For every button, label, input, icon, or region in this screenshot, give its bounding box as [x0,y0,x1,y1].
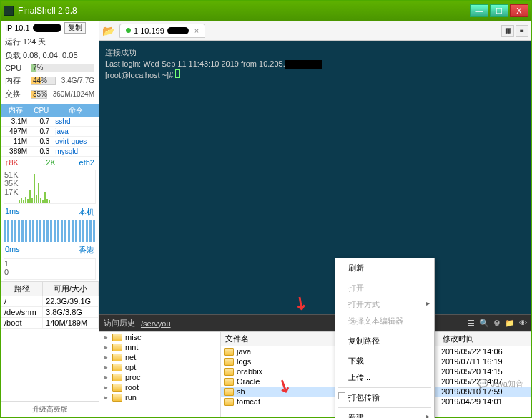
ping-chart-local [4,220,96,242]
checkbox-icon[interactable] [338,392,345,399]
tab-label: 1 10.199 [134,26,164,35]
list-item[interactable]: 2019/05/22 14:06 [438,346,531,356]
folder-icon [224,378,234,386]
list-view-icon[interactable]: ≡ [516,25,528,37]
file-panels: ▸misc ▸mnt ▸net ▸opt ▸proc ▸root ▸run 文件… [99,331,531,417]
ctx-new[interactable]: 新建▸ [335,409,434,418]
open-folder-icon[interactable]: 📂 [102,25,117,37]
status-dot-icon [126,28,131,33]
folder-icon[interactable]: 📁 [505,319,515,328]
ctx-download[interactable]: 下载 [335,353,434,369]
list-item[interactable]: 2019/05/20 14:15 [438,366,531,376]
mem-bar: 44% [31,77,56,85]
table-row: 497M0.7java [1,127,99,137]
cpu-bar: 7% [31,64,94,72]
list-item[interactable]: 2019/07/11 16:19 [438,356,531,366]
list-item[interactable]: ▸proc [99,372,220,382]
annotation-arrow-icon: ↘ [292,294,310,312]
table-row: /dev/shm3.8G/3.8G [1,307,99,318]
ip-label: IP 10.1 [5,24,30,32]
folder-icon [224,388,234,396]
table-row: /22.3G/39.1G [1,296,99,307]
search-icon[interactable]: 🔍 [479,319,489,328]
list-item[interactable]: ▸run [99,392,220,402]
minimize-button[interactable]: — [470,4,488,17]
list-item[interactable]: ▸misc [99,332,220,342]
list-item[interactable]: ▸opt [99,362,220,372]
load: 负载 0.08, 0.04, 0.05 [1,49,99,62]
file-dates: 修改时间 2019/05/22 14:06 2019/07/11 16:19 2… [438,332,531,417]
network-chart: 51K35K17K [4,170,96,204]
tab-close-icon[interactable]: × [194,26,199,35]
ping-chart-hk: 10 [4,258,96,280]
history-label[interactable]: 访问历史 [104,318,135,329]
table-row: /boot140M/189M [1,318,99,329]
close-button[interactable]: X [510,4,528,17]
file-tree: ▸misc ▸mnt ▸net ▸opt ▸proc ▸root ▸run [99,332,221,417]
mem-label: 内存 [5,75,28,86]
sidebar: IP 10.1 复制 运行 124 天 负载 0.08, 0.04, 0.05 … [1,21,99,417]
folder-icon [224,368,234,376]
list-item[interactable]: ▸root [99,382,220,392]
table-row: 3.1M0.7sshd [1,117,99,127]
titlebar: FinalShell 2.9.8 — ☐ X [1,1,531,21]
folder-icon [112,384,122,392]
net-down-icon: ↓2K [42,158,56,167]
cpu-label: CPU [5,64,28,72]
table-row: 389M0.3mysqld [1,147,99,157]
tree-icon[interactable]: ☰ [468,319,475,328]
swap-bar: 35% [31,90,47,99]
folder-icon [224,348,234,356]
ctx-copy-path[interactable]: 复制路径 [335,333,434,349]
eye-icon[interactable]: 👁 [519,319,527,328]
ip-redacted [33,24,61,32]
terminal-line: Last login: Wed Sep 11 11:43:10 2019 fro… [105,58,526,69]
context-menu: 刷新 打开 打开方式▸ 选择文本编辑器 复制路径 下载 上传... 打包传输 新… [335,258,435,418]
list-item[interactable]: ▸net [99,352,220,362]
ctx-refresh[interactable]: 刷新 [335,260,434,276]
folder-icon [112,364,122,371]
terminal-prompt: [root@localhost ~]# [105,69,526,81]
terminal[interactable]: 连接成功 Last login: Wed Sep 11 11:43:10 201… [99,41,531,314]
tab-active[interactable]: 1 10.199 × [119,24,205,38]
folder-icon [224,398,234,406]
list-item[interactable]: 2019/04/29 14:01 [438,397,531,407]
folder-icon [112,344,122,351]
disk-table: 路径可用/大小 /22.3G/39.1G /dev/shm3.8G/3.8G /… [1,281,99,329]
grid-view-icon[interactable]: ▦ [501,25,514,37]
app-icon [4,6,14,16]
gear-icon[interactable]: ⚙ [493,319,501,328]
ctx-open-with: 打开方式▸ [335,296,434,313]
tab-bar: 📂 1 10.199 × ▦ ≡ [99,21,531,41]
chevron-right-icon: ▸ [426,299,430,307]
swap-label: 交换 [5,89,28,99]
uptime: 运行 124 天 [1,35,99,49]
copy-ip-button[interactable]: 复制 [64,22,86,34]
list-item[interactable]: 2019/05/22 14:07 [438,376,531,387]
folder-icon [112,374,122,381]
table-row: 11M0.3ovirt-gues [1,137,99,147]
list-item[interactable]: ▸mnt [99,342,220,352]
folder-icon [112,334,122,341]
file-toolbar: 访问历史 /servyou ⟳ ⇄ ⬇ ⬆ ☰ 🔍 ⚙ 📁 👁 [99,314,531,331]
list-item[interactable]: 2019/09/10 17:59 [438,387,531,397]
process-table: 内存 CPU 命令 3.1M0.7sshd 497M0.7java 11M0.3… [1,104,99,157]
ctx-open: 打开 [335,280,434,296]
folder-icon [112,394,122,402]
upgrade-link[interactable]: 升级高级版 [1,401,99,417]
window-title: FinalShell 2.9.8 [18,6,470,16]
ctx-upload[interactable]: 上传... [335,369,434,386]
ctx-pack[interactable]: 打包传输 [335,389,434,406]
folder-icon [224,358,234,366]
tab-redacted [167,27,189,34]
chevron-right-icon: ▸ [426,412,430,418]
folder-icon [112,354,122,361]
maximize-button[interactable]: ☐ [490,4,508,17]
terminal-line: 连接成功 [105,47,526,58]
net-up-icon: ↑8K [5,158,19,167]
ctx-editor: 选择文本编辑器 [335,313,434,329]
path-link[interactable]: /servyou [141,319,171,328]
